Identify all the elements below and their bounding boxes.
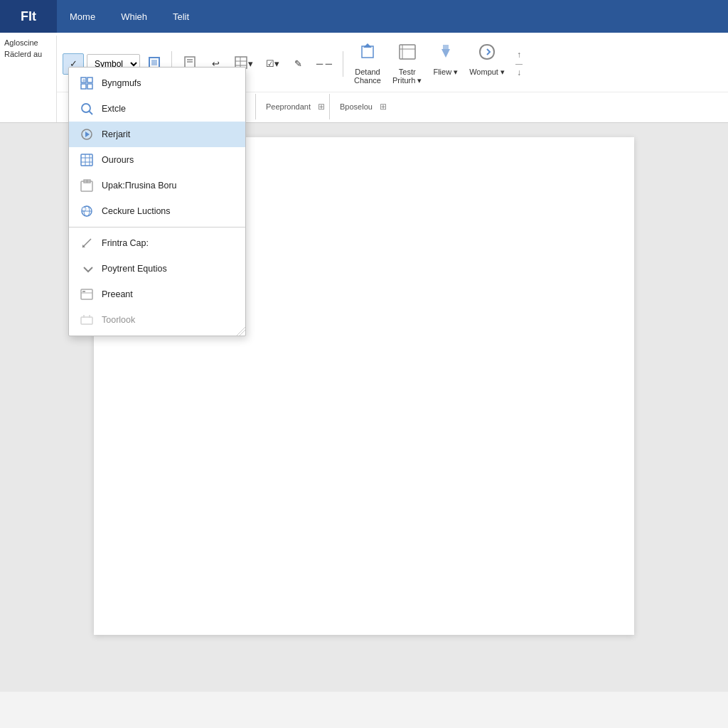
- frintra-label: Frintra Cap:: [102, 238, 149, 248]
- right-big-buttons: Detand Detand Chance Chance Testr: [349, 38, 510, 89]
- dropdown-item-toorlook[interactable]: Toorlook: [69, 307, 245, 333]
- svg-rect-1: [151, 60, 157, 65]
- womput-label: Womput ▾: [469, 68, 505, 77]
- scroll-mid-icon: —: [515, 60, 523, 68]
- detand-label: Detand: [355, 68, 380, 76]
- svg-rect-17: [87, 77, 92, 82]
- svg-line-22: [90, 112, 93, 115]
- edit-button[interactable]: ✎: [287, 53, 309, 75]
- tab-telit[interactable]: Telit: [160, 0, 202, 33]
- svg-marker-10: [363, 43, 372, 48]
- poytrent-icon: [79, 261, 95, 277]
- svg-rect-11: [400, 45, 415, 59]
- tab-mome[interactable]: Mome: [57, 0, 108, 33]
- bposelou-expand-icon[interactable]: ⊞: [380, 102, 387, 112]
- womput-icon: [477, 42, 497, 66]
- fliew-icon: [436, 42, 456, 66]
- separator5: [329, 94, 330, 119]
- dropdown-item-byngmufs[interactable]: Byngmufs: [69, 70, 245, 96]
- upak-icon: [79, 178, 95, 193]
- dropdown-item-poytrent[interactable]: Poytrent Equtios: [69, 256, 245, 282]
- upak-label: Upak:Пrusina Boru: [102, 181, 177, 191]
- tab-bar: FIt Mome Whieh Telit: [0, 0, 728, 33]
- toorlook-label: Toorlook: [102, 315, 135, 325]
- svg-point-35: [82, 207, 86, 211]
- priturh-label: Priturh ▾: [392, 76, 422, 85]
- rerjarit-label: Rerjarit: [102, 129, 130, 139]
- extcle-icon: [79, 101, 95, 117]
- line-button[interactable]: ─ ─: [311, 53, 337, 75]
- dropdown-item-upak[interactable]: Upak:Пrusina Boru: [69, 173, 245, 198]
- rerjarit-icon: [79, 127, 95, 142]
- ribbon-label-raclerd: Räclerd au: [4, 50, 42, 58]
- fliew-button[interactable]: Fliew ▾: [428, 38, 463, 80]
- dropdown-item-frintra[interactable]: Frintra Cap:: [69, 230, 245, 256]
- dropdown-menu: Byngmufs Extcle Rerjarit: [68, 67, 246, 336]
- chance-text: Chance: [354, 76, 381, 85]
- dropdown-item-ourours[interactable]: Ourours: [69, 147, 245, 173]
- preeant-icon: [79, 287, 95, 302]
- byngmufs-icon: [79, 75, 95, 91]
- svg-point-21: [82, 104, 90, 112]
- scroll-up-icon[interactable]: ↑: [517, 50, 521, 60]
- byngmufs-label: Byngmufs: [102, 78, 141, 88]
- extcle-label: Extcle: [102, 104, 126, 114]
- womput-button[interactable]: Womput ▾: [464, 38, 510, 80]
- ourours-icon: [79, 152, 95, 168]
- tab-fit[interactable]: FIt: [0, 0, 57, 33]
- testr-button[interactable]: Testr Priturh ▾: [387, 38, 427, 89]
- frintra-icon: [79, 235, 95, 251]
- tab-whieh[interactable]: Whieh: [108, 0, 160, 33]
- resize-handle[interactable]: [237, 327, 245, 336]
- svg-rect-40: [82, 291, 85, 292]
- toorlook-icon: [79, 312, 95, 328]
- testr-icon: [397, 42, 417, 66]
- svg-marker-14: [441, 49, 450, 58]
- line-icon: ─ ─: [316, 58, 332, 69]
- dropdown-item-extcle[interactable]: Extcle: [69, 96, 245, 122]
- dropdown-item-preeant[interactable]: Preeant: [69, 282, 245, 307]
- paragraph-expand-icon[interactable]: ⊞: [318, 102, 325, 112]
- detand-chance-button[interactable]: Detand Detand Chance Chance: [349, 38, 386, 88]
- peeprondant-label: Peeprondant: [266, 102, 311, 111]
- svg-line-45: [240, 330, 245, 336]
- ourours-label: Ourours: [102, 155, 134, 165]
- ribbon-left-area: Agloscine Räclerd au: [0, 36, 57, 122]
- ribbon-label-agloscine: Agloscine: [4, 38, 38, 47]
- poytrent-label: Poytrent Equtios: [102, 264, 167, 274]
- svg-rect-24: [81, 154, 92, 166]
- svg-point-20: [82, 79, 85, 82]
- svg-rect-18: [81, 84, 86, 89]
- dropdown-item-ceckure[interactable]: Ceckure Luctions: [69, 198, 245, 224]
- checkbox-icon: ☑: [266, 58, 274, 69]
- bposelou-label: Bposelou: [340, 102, 373, 111]
- svg-rect-19: [87, 84, 92, 89]
- svg-rect-41: [81, 317, 92, 324]
- preeant-label: Preeant: [102, 289, 133, 299]
- separator2: [343, 51, 343, 77]
- dropdown-divider: [69, 227, 245, 228]
- svg-rect-9: [362, 46, 373, 58]
- ceckure-label: Ceckure Luctions: [102, 206, 171, 216]
- svg-rect-15: [443, 45, 449, 49]
- testr-label: Testr: [399, 68, 416, 76]
- scroll-down-icon[interactable]: ↓: [517, 68, 521, 77]
- fliew-label: Fliew ▾: [433, 68, 458, 77]
- detand-icon: [358, 42, 378, 66]
- ceckure-icon: [79, 203, 95, 219]
- separator4: [255, 94, 256, 119]
- edit-icon: ✎: [294, 58, 302, 69]
- checkbox-button[interactable]: ☑▾: [261, 53, 284, 75]
- dropdown-item-rerjarit[interactable]: Rerjarit: [69, 122, 245, 147]
